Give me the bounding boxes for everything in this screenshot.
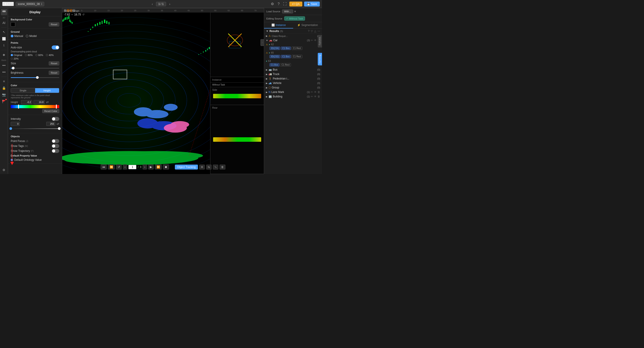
bus-header[interactable]: ▶ 🚌 Bus (0) (264, 67, 322, 72)
qa-button[interactable]: 🏷 QA (289, 2, 302, 7)
sidebar-icon-pointer[interactable]: ↖ (1, 29, 7, 35)
split-icon[interactable]: ⇆ (206, 164, 212, 169)
help-results-icon[interactable]: ? (308, 30, 310, 33)
sidebar-icon-box[interactable]: ⬜ (1, 36, 7, 42)
size-slider-thumb[interactable] (12, 67, 14, 69)
save-button[interactable]: 💾 Save (304, 2, 320, 7)
height-refresh-icon[interactable]: ↺ (82, 13, 84, 16)
expand-icon-button[interactable]: ⛶ (282, 1, 288, 7)
intensity-min-input[interactable] (11, 122, 20, 126)
intensity-slider[interactable] (11, 127, 59, 130)
main-viewport[interactable]: Z X Height Range: -7.62 – 16.75 ↺ Overhe… (62, 8, 264, 174)
gradient-thumb-right[interactable] (56, 105, 57, 109)
sidebar-icon-layers[interactable]: ≡ (1, 78, 7, 84)
lane-mark-eye-icon[interactable]: 👁 (314, 90, 317, 94)
mini-handle[interactable]: › (260, 39, 264, 46)
maximize-icon[interactable]: ⤡ (213, 164, 218, 169)
close-chip[interactable]: ✕ (294, 10, 296, 13)
play-button[interactable]: ▶ (148, 164, 154, 169)
building-edit-icon[interactable]: ✏ (311, 95, 313, 98)
height-swap-icon[interactable]: ⇄ (46, 100, 49, 104)
tag-c1rect-3[interactable]: C1 Rect (280, 63, 291, 67)
tag-c1box-2[interactable]: C1 Box (281, 55, 291, 58)
settings-icon[interactable]: ⚙ (199, 164, 205, 169)
auto-size-toggle[interactable] (52, 46, 59, 50)
collapse-icon[interactable]: △ (314, 30, 316, 33)
size-reset-button[interactable]: Reset (49, 61, 59, 65)
segmentation-tab[interactable]: ⚡ Segmentation (293, 22, 322, 29)
p40-radio[interactable]: 40% (46, 54, 54, 56)
object-tracking-button[interactable]: Object Tracking (175, 164, 198, 169)
timeline[interactable]: 5 10 15 20 25 30 35 40 45 50 55 60 65 70 (62, 8, 264, 13)
car-eye-icon[interactable]: 👁 (314, 39, 317, 42)
class-req-header[interactable]: ▶ ⚠ Class Requir... (0) (264, 34, 322, 38)
p20-radio[interactable]: 20% (11, 57, 18, 60)
height-tab[interactable]: Height (35, 88, 59, 93)
vehicle-header[interactable]: ▶ 🚙 Vehicle (0) (264, 81, 322, 85)
lane-mark-edit-icon[interactable]: ✏ (311, 90, 313, 94)
next-button[interactable]: › (143, 164, 147, 169)
sidebar-icon-lasso[interactable]: ⌇ (1, 42, 7, 49)
info-icon[interactable]: ℹ (41, 3, 42, 6)
sidebar-icon-settings[interactable]: ⚙ (1, 167, 7, 173)
delete-icon[interactable]: 🗑 (220, 164, 226, 169)
without-task-button[interactable]: ✓ Without Task (284, 16, 305, 21)
bg-reset-button[interactable]: Reset (49, 22, 59, 27)
point-focus-toggle[interactable] (52, 139, 59, 143)
building-header[interactable]: ▶ 🏢 Building (1) ✏ 👁 🗑 (264, 94, 322, 99)
tag-c1rect-2[interactable]: C1 Rect (292, 55, 302, 58)
manual-radio[interactable]: Manual (11, 35, 23, 38)
prev-button[interactable]: ‹ (123, 164, 127, 169)
model-radio[interactable]: Model (26, 35, 37, 38)
single-tab[interactable]: Single (11, 88, 35, 93)
building-delete-icon[interactable]: 🗑 (318, 95, 320, 98)
filter-icon[interactable]: ▽ (311, 30, 313, 33)
results-side-tab[interactable]: Results (318, 53, 322, 65)
sidebar-icon-3d[interactable] (1, 9, 7, 15)
show-tags-toggle[interactable] (52, 144, 59, 148)
brightness-reset-button[interactable]: Reset (49, 71, 59, 75)
more-icon[interactable]: ⋯ (318, 30, 320, 33)
tag-3d-232[interactable]: 3D(232) (270, 55, 280, 58)
brightness-slider-thumb[interactable] (36, 76, 39, 79)
sidebar-icon-dot2[interactable]: ••• (1, 69, 7, 75)
help-icon-button[interactable]: ? (276, 1, 280, 7)
height-max-input[interactable] (34, 100, 45, 104)
intensity-swap-icon[interactable]: ⇄ (56, 122, 59, 126)
height-min-input[interactable] (21, 100, 32, 104)
skip-start-button[interactable]: ⏮ (100, 164, 107, 169)
sidebar-icon-ai[interactable]: AI (1, 20, 7, 26)
next-frame-button[interactable]: › (168, 2, 172, 6)
group-header[interactable]: ▶ ⬡ Group (0) (264, 85, 322, 90)
settings-icon-button[interactable]: ⚙ (270, 1, 275, 7)
intensity-max-input[interactable] (46, 122, 55, 126)
size-slider[interactable] (11, 66, 59, 70)
intensity-thumb-right[interactable] (58, 127, 60, 130)
p80-radio[interactable]: 80% (25, 54, 33, 56)
p60-radio[interactable]: 60% (35, 54, 43, 56)
tag-3d-234[interactable]: 3D(234) (270, 47, 280, 50)
lane-mark-delete-icon[interactable]: 🗑 (318, 90, 320, 94)
sidebar-icon-flag[interactable]: 🚩 (1, 98, 7, 105)
fast-forward-button[interactable]: ⏩ (155, 164, 162, 169)
car-header[interactable]: ▼ 🚗 Car (3) ✏ 👁 🗑 (264, 38, 322, 43)
tag-c1box-1[interactable]: C1 Box (281, 47, 291, 50)
sidebar-icon-dot1[interactable]: ••• (1, 62, 7, 69)
prev-frame-button[interactable]: ‹ (150, 2, 154, 6)
frame-current-input[interactable] (128, 165, 136, 169)
intensity-toggle[interactable] (52, 117, 59, 121)
truck-header[interactable]: ▶ 🚛 Truck (0) (264, 72, 322, 76)
close-button[interactable]: ✕ Close (2, 2, 14, 6)
intensity-thumb-left[interactable] (10, 127, 12, 130)
sidebar-icon-camera[interactable]: 📷 (1, 92, 7, 98)
sidebar-icon-basic[interactable]: ◈ (1, 52, 7, 58)
refresh-button[interactable]: ↺ (116, 164, 122, 169)
brightness-slider[interactable] (11, 76, 59, 79)
sidebar-icon-lock[interactable]: 🔒 (1, 85, 7, 91)
gradient-thumb-left[interactable] (18, 105, 19, 109)
bg-color-swatch[interactable] (11, 22, 15, 27)
validity-tab[interactable]: Validity (318, 35, 322, 48)
instance-tab[interactable]: ⬜ Instance (264, 22, 293, 29)
expand-all-icon[interactable]: ▼ (266, 30, 268, 33)
rewind-button[interactable]: ⏪ (108, 164, 115, 169)
